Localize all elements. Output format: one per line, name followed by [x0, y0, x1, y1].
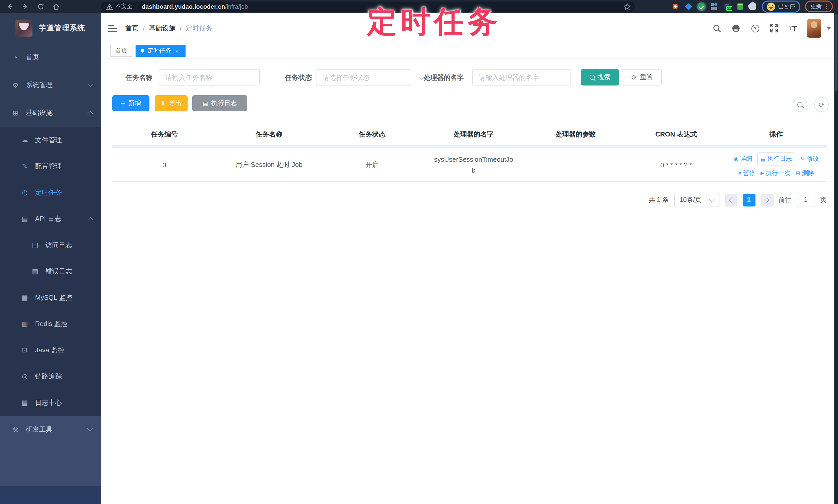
refresh-table-button[interactable] — [814, 97, 829, 112]
action-run-once[interactable]: 执行一次 — [761, 169, 790, 177]
tab-home[interactable]: 首页 — [110, 45, 133, 57]
cloud-upload-icon — [20, 136, 29, 144]
sidebar-item-mysql-monitor[interactable]: MySQL 监控 — [0, 284, 101, 311]
extension-on-badge-icon[interactable]: on — [723, 2, 731, 11]
sidebar-item-file-management[interactable]: 文件管理 — [0, 127, 101, 153]
sidebar-item-label: MySQL 监控 — [35, 293, 72, 302]
breadcrumb-infrastructure[interactable]: 基础设施 — [149, 24, 175, 33]
sidebar-item-home[interactable]: 首页 — [0, 43, 101, 71]
forward-button[interactable] — [20, 1, 31, 12]
close-tab-icon[interactable] — [174, 48, 180, 54]
github-icon[interactable] — [731, 23, 741, 34]
user-avatar[interactable] — [807, 19, 821, 38]
security-warning-icon[interactable] — [106, 3, 113, 10]
user-menu-caret-icon[interactable] — [827, 27, 831, 30]
next-page-button[interactable] — [761, 193, 773, 206]
col-header-actions: 操作 — [726, 130, 827, 139]
sidebar-item-system[interactable]: 系统管理 — [0, 71, 101, 99]
reset-button[interactable]: 重置 — [623, 69, 662, 86]
bookmark-star-icon[interactable] — [624, 3, 631, 10]
search-button[interactable]: 搜索 — [581, 69, 619, 86]
active-tab-dot — [141, 49, 144, 53]
fullscreen-icon[interactable] — [769, 23, 779, 34]
scrollbar-thumb[interactable] — [835, 14, 837, 91]
cell-task-id: 3 — [112, 161, 216, 169]
action-detail[interactable]: 详细 — [733, 154, 752, 163]
reload-button[interactable] — [35, 1, 46, 12]
search-icon[interactable] — [712, 23, 722, 34]
app-logo-row[interactable]: 芋道管理系统 — [0, 13, 101, 43]
refresh-icon — [631, 73, 637, 81]
sidebar-item-api-logs[interactable]: API 日志 — [0, 205, 101, 232]
log-list-icon — [203, 100, 208, 107]
cell-actions: 详细 执行日志 修改 暂停 执行一次 删除 — [726, 152, 827, 177]
sidebar-item-label: 配置管理 — [35, 161, 62, 171]
extension-orange-icon[interactable] — [671, 2, 680, 11]
hamburger-icon[interactable] — [108, 25, 117, 32]
handler-name-input[interactable] — [472, 69, 571, 86]
chevron-down-icon — [87, 426, 93, 432]
help-icon[interactable]: ? — [750, 23, 760, 34]
action-job-log[interactable]: 执行日志 — [757, 152, 795, 165]
screenshot-stage: 不安全 dashboard.yudao.iocoder.cn/infra/job… — [0, 0, 838, 504]
breadcrumb-separator: / — [143, 24, 144, 32]
font-size-icon[interactable]: TT — [788, 23, 798, 34]
goto-page-input[interactable] — [797, 193, 815, 207]
breadcrumb-home[interactable]: 首页 — [125, 24, 139, 33]
current-page-button[interactable]: 1 — [743, 193, 755, 206]
sidebar-item-java-monitor[interactable]: Java 监控 — [0, 337, 101, 363]
sidebar-item-access-logs[interactable]: 访问日志 — [0, 232, 101, 258]
breadcrumb: 首页 / 基础设施 / 定时任务 — [125, 24, 213, 33]
col-header-task-id: 任务编号 — [112, 130, 216, 139]
task-status-select-input[interactable] — [316, 73, 420, 81]
prev-page-button[interactable] — [724, 193, 737, 206]
action-edit[interactable]: 修改 — [800, 154, 819, 163]
url-host: dashboard.yudao.iocoder.cn — [142, 3, 225, 10]
job-log-button[interactable]: 执行日志 — [192, 95, 247, 111]
toggle-search-button[interactable] — [793, 97, 807, 112]
sidebar-item-label: 文件管理 — [35, 135, 62, 144]
sidebar-item-log-center[interactable]: 日志中心 — [0, 390, 101, 416]
sidebar-item-config-management[interactable]: 配置管理 — [0, 153, 101, 179]
table-header-highlight — [112, 146, 827, 148]
table-row[interactable]: 3 用户 Session 超时 Job 开启 sysUserSessionTim… — [112, 148, 827, 182]
download-icon — [160, 100, 166, 107]
extensions-puzzle-icon[interactable] — [749, 2, 757, 11]
action-delete[interactable]: 删除 — [796, 169, 814, 177]
pause-x-icon — [738, 170, 741, 176]
sidebar-item-label: 首页 — [26, 53, 39, 62]
sidebar-item-infrastructure[interactable]: 基础设施 — [0, 99, 101, 127]
extension-grid-icon[interactable] — [710, 2, 718, 11]
log-icon — [30, 267, 40, 275]
chevron-down-icon — [87, 81, 93, 87]
tab-label: 首页 — [116, 47, 127, 55]
export-button[interactable]: 导出 — [155, 95, 188, 111]
back-button[interactable] — [4, 1, 15, 12]
sidebar-item-error-logs[interactable]: 错误日志 — [0, 258, 101, 284]
task-status-select[interactable] — [316, 69, 411, 86]
table-header-row: 任务编号 任务名称 任务状态 处理器的名字 处理器的参数 CRON 表达式 操作 — [112, 124, 827, 146]
infrastructure-icon — [11, 109, 20, 117]
update-button[interactable]: 更新 — [810, 3, 822, 10]
browser-menu-icon[interactable] — [826, 4, 827, 10]
search-icon — [797, 102, 802, 107]
profile-emoji-avatar[interactable] — [767, 2, 775, 11]
extension-potion-icon[interactable] — [736, 2, 744, 11]
page-size-select[interactable]: 10条/页 — [674, 193, 719, 207]
home-button[interactable] — [51, 1, 62, 12]
action-pause[interactable]: 暂停 — [738, 169, 755, 177]
sidebar-item-label: 错误日志 — [45, 267, 72, 276]
extension-green-check-icon[interactable] — [697, 2, 705, 11]
task-name-input[interactable] — [159, 69, 260, 86]
sidebar-item-dev-tools[interactable]: 研发工具 — [0, 416, 101, 444]
add-button[interactable]: 新增 — [112, 95, 150, 111]
sidebar-item-scheduled-tasks[interactable]: 定时任务 — [0, 179, 101, 205]
trash-icon — [796, 170, 800, 176]
sidebar-item-redis-monitor[interactable]: Redis 监控 — [0, 311, 101, 337]
sidebar-item-label: 研发工具 — [26, 425, 53, 434]
browser-scrollbar[interactable] — [834, 13, 838, 504]
sidebar-item-label: 定时任务 — [35, 188, 62, 197]
extension-blue-gem-icon[interactable] — [684, 2, 693, 11]
tab-scheduled-tasks[interactable]: 定时任务 — [136, 45, 186, 57]
sidebar-item-tracing[interactable]: 链路追踪 — [0, 363, 101, 390]
